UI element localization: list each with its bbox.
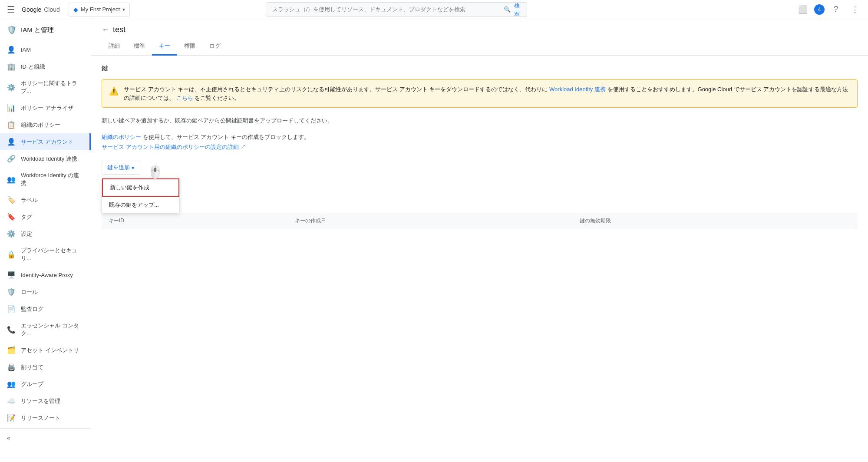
identity-aware-proxy-icon: 🖥️ <box>7 271 16 279</box>
sidebar-item-workforce-identity[interactable]: 👥 Workforce Identity の連携 <box>0 167 91 191</box>
tab-keys[interactable]: キー <box>152 38 177 56</box>
sidebar-item-label: Workload Identity 連携 <box>21 155 77 163</box>
help-icon[interactable]: ? <box>828 2 844 17</box>
iam-header-icon: 🛡️ <box>7 25 17 35</box>
details-link[interactable]: こちら <box>176 95 193 101</box>
sidebar-item-label: タグ <box>21 213 32 221</box>
sidebar-item-label: アセット インベントリ <box>21 346 79 354</box>
roles-icon: 🛡️ <box>7 288 16 296</box>
settings-icon: ⚙️ <box>7 230 16 238</box>
collapse-icon: « <box>7 435 10 441</box>
table-header-created-date: キーの作成日 <box>288 213 573 229</box>
release-notes-icon: 📝 <box>7 414 16 422</box>
service-account-policy-link[interactable]: サービス アカウント用の組織のポリシーの設定の詳細 ↗ <box>102 144 246 150</box>
audit-log-icon: 📄 <box>7 305 16 313</box>
project-chevron-icon: ▾ <box>122 7 125 13</box>
search-input[interactable] <box>267 2 498 17</box>
sidebar-item-groups[interactable]: 👥 グループ <box>0 376 91 393</box>
sidebar-collapse[interactable]: « <box>0 430 91 446</box>
create-new-key-item[interactable]: 新しい鍵を作成 <box>102 178 179 197</box>
privacy-security-icon: 🔒 <box>7 251 16 259</box>
project-selector[interactable]: ◆ My First Project ▾ <box>69 3 130 16</box>
tab-standard[interactable]: 標準 <box>127 38 152 56</box>
sidebar-item-asset-inventory[interactable]: 🗂️ アセット インベントリ <box>0 342 91 359</box>
sidebar-item-policy-troubleshoot[interactable]: ⚙️ ポリシーに関するトラブ... <box>0 75 91 99</box>
tab-details[interactable]: 詳細 <box>102 38 127 56</box>
sidebar-item-service-accounts[interactable]: 👤 サービス アカウント <box>0 133 91 150</box>
sidebar-item-label: リリースノート <box>21 414 60 422</box>
add-key-button[interactable]: 鍵を追加 ▾ <box>102 161 140 175</box>
sidebar-item-privacy-security[interactable]: 🔒 プライバシーとセキュリ... <box>0 242 91 267</box>
tab-logs[interactable]: ログ <box>202 38 228 56</box>
sidebar-item-label: 割り当て <box>21 363 43 371</box>
topbar-actions: ⬜ 4 ? ⋮ <box>795 2 863 17</box>
sidebar-item-settings[interactable]: ⚙️ 設定 <box>0 225 91 242</box>
sidebar-item-label: 組織のポリシー <box>21 121 60 129</box>
sidebar-item-org-policy[interactable]: 📋 組織のポリシー <box>0 116 91 133</box>
back-arrow-icon[interactable]: ← <box>102 25 109 34</box>
warning-icon: ⚠️ <box>109 86 119 102</box>
workload-identity-icon: 🔗 <box>7 155 16 163</box>
sidebar-title: IAM と管理 <box>21 26 54 34</box>
warning-banner: ⚠️ サービス アカウント キーは、不正使用されるとセキュリティ上のリスクになる… <box>102 79 858 108</box>
sidebar: 🛡️ IAM と管理 👤 IAM 🏢 ID と組織 ⚙️ ポリシーに関するトラブ… <box>0 19 91 462</box>
page-title: test <box>113 25 125 34</box>
cloud-logo-text: Cloud <box>44 6 60 13</box>
sidebar-item-id-federation[interactable]: 🏢 ID と組織 <box>0 58 91 75</box>
sidebar-item-label: リソースを管理 <box>21 397 60 405</box>
content-area: ← test 詳細 標準 キー 権限 ログ 鍵 <box>91 19 868 462</box>
search-button[interactable]: 🔍 検索 <box>498 2 527 17</box>
sidebar-item-labels[interactable]: 🏷️ ラベル <box>0 191 91 208</box>
asset-inventory-icon: 🗂️ <box>7 346 16 354</box>
sidebar-item-iam[interactable]: 👤 IAM <box>0 41 91 58</box>
iam-icon: 👤 <box>7 46 16 54</box>
sidebar-item-release-notes[interactable]: 📝 リリースノート <box>0 409 91 426</box>
sidebar-item-label: IAM <box>21 46 31 53</box>
menu-icon[interactable]: ☰ <box>5 3 17 16</box>
sidebar-item-label: ロール <box>21 288 38 296</box>
project-name: My First Project <box>81 6 120 13</box>
sidebar-item-manage-resources[interactable]: ☁️ リソースを管理 <box>0 393 91 409</box>
description-text: 新しい鍵ペアを追加するか、既存の鍵ペアから公開鍵証明書をアップロードしてください… <box>102 116 858 125</box>
search-bar: 🔍 検索 <box>267 2 527 17</box>
table-header-row: キーID キーの作成日 鍵の無効期限 <box>102 213 858 229</box>
more-options-icon[interactable]: ⋮ <box>847 2 863 17</box>
allocation-icon: 🖨️ <box>7 363 16 371</box>
sidebar-item-allocation[interactable]: 🖨️ 割り当て <box>0 359 91 376</box>
sidebar-item-label: 設定 <box>21 230 32 238</box>
topbar: ☰ Google Cloud ◆ My First Project ▾ 🔍 検索… <box>0 0 868 19</box>
sidebar-item-workload-identity[interactable]: 🔗 Workload Identity 連携 <box>0 150 91 167</box>
monitor-icon[interactable]: ⬜ <box>795 2 811 17</box>
policy-analyzer-icon: 📊 <box>7 104 16 112</box>
sidebar-item-policy-analyzer[interactable]: 📊 ポリシー アナライザ <box>0 99 91 116</box>
id-federation-icon: 🏢 <box>7 63 16 71</box>
upload-existing-key-item[interactable]: 既存の鍵をアップ... <box>102 197 179 213</box>
sidebar-item-tags[interactable]: 🔖 タグ <box>0 208 91 225</box>
tab-permissions[interactable]: 権限 <box>177 38 202 56</box>
sidebar-item-label: Identity-Aware Proxy <box>21 272 73 278</box>
sidebar-item-audit-log[interactable]: 📄 監査ログ <box>0 300 91 317</box>
notification-badge[interactable]: 4 <box>814 4 825 15</box>
back-navigation: ← test <box>91 19 868 38</box>
sidebar-item-label: エッセンシャル コンタク... <box>21 322 84 337</box>
google-cloud-logo[interactable]: Google Cloud <box>22 6 60 13</box>
sidebar-item-identity-aware-proxy[interactable]: 🖥️ Identity-Aware Proxy <box>0 267 91 284</box>
sidebar-item-roles[interactable]: 🛡️ ロール <box>0 284 91 300</box>
sidebar-item-essential-contacts[interactable]: 📞 エッセンシャル コンタク... <box>0 317 91 342</box>
org-policy-icon: 📋 <box>7 121 16 129</box>
sidebar-item-label: Workforce Identity の連携 <box>21 172 84 187</box>
sidebar-item-label: ラベル <box>21 196 38 204</box>
sidebar-item-label: グループ <box>21 380 43 388</box>
manage-resources-icon: ☁️ <box>7 397 16 405</box>
sidebar-header: 🛡️ IAM と管理 <box>0 19 91 41</box>
workload-identity-link[interactable]: Workload Identity 連携 <box>549 86 606 92</box>
sidebar-item-label: ポリシー アナライザ <box>21 104 73 112</box>
tab-bar: 詳細 標準 キー 権限 ログ <box>91 38 868 56</box>
add-key-dropdown: 新しい鍵を作成 既存の鍵をアップ... <box>102 178 180 214</box>
sidebar-item-label: ポリシーに関するトラブ... <box>21 79 84 95</box>
policy-links: 組織のポリシー を使用して、サービス アカウント キーの作成をブロックします。 … <box>102 132 858 152</box>
section-title: 鍵 <box>102 64 858 73</box>
main-layout: 🛡️ IAM と管理 👤 IAM 🏢 ID と組織 ⚙️ ポリシーに関するトラブ… <box>0 19 868 462</box>
org-policy-link[interactable]: 組織のポリシー <box>102 134 141 140</box>
groups-icon: 👥 <box>7 380 16 388</box>
